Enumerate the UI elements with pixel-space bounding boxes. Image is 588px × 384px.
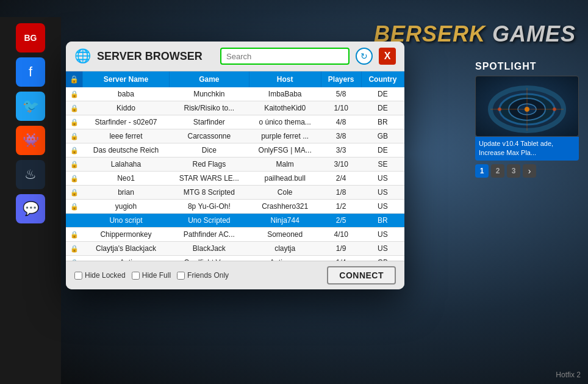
cell-name: Chippermonkey [83, 228, 170, 242]
berserk-games-logo: BERSERK GAMES [374, 21, 576, 47]
cell-country: GB [361, 129, 404, 143]
cell-country: US [361, 172, 404, 186]
cell-name: yugioh [83, 200, 170, 214]
reddit-icon[interactable]: 👾 [16, 126, 45, 155]
col-game[interactable]: Game [169, 71, 249, 87]
search-input[interactable] [226, 52, 343, 61]
col-host[interactable]: Host [249, 71, 321, 87]
lock-cell: 🔒 [66, 158, 83, 172]
table-row[interactable]: 🔒Das deutsche ReichDiceOnlyFSG | MA...3/… [66, 143, 404, 158]
friends-only-checkbox[interactable] [177, 272, 185, 280]
cell-country: US [361, 186, 404, 200]
server-table: 🔒 Server Name Game Host Players Country … [66, 71, 404, 261]
lock-cell: 🔒 [66, 228, 83, 242]
table-row[interactable]: Uno scriptUno ScriptedNinja7442/5BR [66, 214, 404, 228]
lock-icon: 🔒 [70, 189, 79, 196]
lock-cell: 🔒 [66, 87, 83, 101]
table-row[interactable]: 🔒babaMunchkinImbaBaba5/8DE [66, 87, 404, 101]
lock-icon: 🔒 [70, 231, 79, 238]
spotlight-dot-1[interactable]: 1 [475, 164, 489, 178]
cell-game: Dice [169, 143, 249, 158]
facebook-icon[interactable]: f [16, 57, 45, 87]
search-wrapper [220, 48, 350, 65]
cell-players: 2/5 [321, 214, 361, 228]
table-row[interactable]: 🔒leee ferretCarcassonnepurple ferret ...… [66, 129, 404, 143]
table-row[interactable]: 🔒ChippermonkeyPathfinder AC...Someoned4/… [66, 228, 404, 242]
lock-icon: 🔒 [70, 161, 79, 168]
svg-point-7 [553, 107, 556, 111]
hide-full-label: Hide Full [142, 271, 171, 280]
lock-icon: 🔒 [70, 132, 79, 140]
cell-host: purple ferret ... [249, 129, 321, 143]
spotlight-image[interactable] [475, 76, 579, 137]
spotlight-next-button[interactable]: › [523, 164, 536, 178]
berserk-games-logo-icon[interactable]: BG [16, 23, 45, 53]
refresh-icon: ↻ [360, 51, 368, 61]
server-table-body: 🔒babaMunchkinImbaBaba5/8DE🔒KiddoRisk/Ris… [66, 87, 404, 261]
cell-name: brian [83, 186, 170, 200]
col-lock[interactable]: 🔒 [66, 71, 83, 87]
cell-country: SE [361, 158, 404, 172]
cell-host: ImbaBaba [249, 87, 321, 101]
table-row[interactable]: 🔒brianMTG 8 ScriptedCole1/8US [66, 186, 404, 200]
lock-icon: 🔒 [70, 203, 79, 210]
svg-point-8 [498, 107, 501, 111]
hide-full-checkbox-wrapper[interactable]: Hide Full [132, 271, 171, 280]
cell-players: 5/8 [321, 87, 361, 101]
col-players[interactable]: Players [321, 71, 361, 87]
table-row[interactable]: 🔒AntiCardfight Van...Antinomy1/4GB [66, 256, 404, 261]
spotlight-caption: Update v10.4 Tablet ade, Increase Max Pl… [475, 137, 579, 161]
connect-button[interactable]: CONNECT [327, 266, 396, 284]
cell-country: BR [361, 214, 404, 228]
cell-players: 1/10 [321, 101, 361, 115]
close-modal-button[interactable]: X [379, 48, 396, 65]
cell-country: US [361, 242, 404, 256]
table-row[interactable]: 🔒KiddoRisk/Risiko to...KaitotheKid01/10D… [66, 101, 404, 115]
cell-players: 1/4 [321, 256, 361, 261]
cell-host: Cole [249, 186, 321, 200]
cell-game: 8p Yu-Gi-Oh! [169, 200, 249, 214]
steam-icon[interactable]: ♨ [16, 160, 45, 189]
cell-players: 3/3 [321, 143, 361, 158]
twitter-icon[interactable]: 🐦 [16, 92, 45, 121]
cell-name: Das deutsche Reich [83, 143, 170, 158]
discord-icon[interactable]: 💬 [16, 194, 45, 223]
lock-icon: 🔒 [70, 259, 79, 261]
hide-locked-checkbox-wrapper[interactable]: Hide Locked [74, 271, 126, 280]
table-row[interactable]: 🔒Starfinder - s02e07Starfindero único th… [66, 115, 404, 129]
refresh-button[interactable]: ↻ [356, 48, 373, 65]
col-country[interactable]: Country [361, 71, 404, 87]
lock-cell: 🔒 [66, 242, 83, 256]
hide-locked-checkbox[interactable] [74, 272, 82, 280]
cell-host: OnlyFSG | MA... [249, 143, 321, 158]
cell-host: KaitotheKid0 [249, 101, 321, 115]
cell-host: Malm [249, 158, 321, 172]
spotlight-dot-3[interactable]: 3 [507, 164, 520, 178]
table-row[interactable]: 🔒yugioh8p Yu-Gi-Oh!Crashhero3211/2US [66, 200, 404, 214]
spotlight-dot-2[interactable]: 2 [491, 164, 504, 178]
col-server-name[interactable]: Server Name [83, 71, 170, 87]
spotlight-title: SPOTLIGHT [475, 61, 579, 72]
spotlight-pagination: 1 2 3 › [475, 164, 579, 178]
cell-host: o único thema... [249, 115, 321, 129]
cell-host: pailhead.bull [249, 172, 321, 186]
lock-cell: 🔒 [66, 186, 83, 200]
hide-full-checkbox[interactable] [132, 272, 140, 280]
friends-only-checkbox-wrapper[interactable]: Friends Only [177, 271, 229, 280]
cell-name: Starfinder - s02e07 [83, 115, 170, 129]
cell-country: GB [361, 256, 404, 261]
server-browser-modal: 🌐 SERVER BROWSER ↻ X 🔒 Server Name Game … [66, 42, 404, 289]
cell-game: Risk/Risiko to... [169, 101, 249, 115]
lock-cell: 🔒 [66, 101, 83, 115]
cell-country: US [361, 228, 404, 242]
lock-cell: 🔒 [66, 143, 83, 158]
lock-cell: 🔒 [66, 115, 83, 129]
cell-players: 4/8 [321, 115, 361, 129]
lock-icon: 🔒 [70, 147, 79, 154]
cell-game: Starfinder [169, 115, 249, 129]
table-row[interactable]: 🔒LalahahaRed FlagsMalm3/10SE [66, 158, 404, 172]
cell-game: Munchkin [169, 87, 249, 101]
lock-cell: 🔒 [66, 129, 83, 143]
table-row[interactable]: 🔒Claytja's BlackjackBlackJackclaytja1/9U… [66, 242, 404, 256]
table-row[interactable]: 🔒Neo1STAR WARS LE...pailhead.bull2/4US [66, 172, 404, 186]
